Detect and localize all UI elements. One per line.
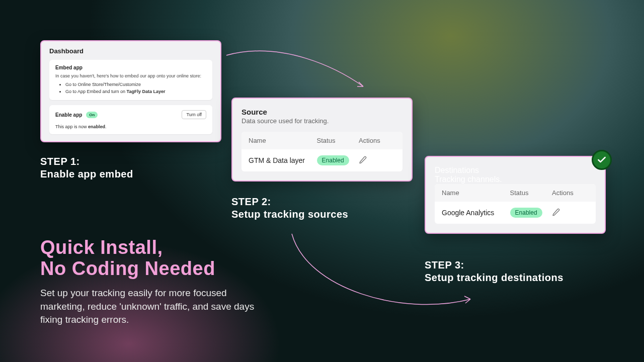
- step2-label: STEP 2: Setup tracking sources: [231, 196, 348, 220]
- marketing-headline: Quick Install, No Coding Needed: [40, 237, 215, 280]
- destinations-row-status-badge: Enabled: [510, 208, 542, 218]
- embed-step-1: Go to Online Store/Theme/Customize: [65, 81, 206, 88]
- step1-label-line1: STEP 1:: [40, 156, 133, 167]
- headline-line2: No Coding Needed: [40, 258, 215, 280]
- enable-badge-on: On: [86, 112, 98, 118]
- embed-step2-bold: TagFly Data Layer: [127, 89, 166, 94]
- embed-title: Embed app: [55, 65, 206, 70]
- destinations-table: Name Status Actions Google Analytics Ena…: [435, 184, 596, 224]
- enable-status-suffix: .: [105, 124, 107, 129]
- step3-label-line1: STEP 3:: [425, 259, 564, 271]
- embed-step2-prefix: Go to App Embed and turn on: [65, 89, 127, 94]
- destinations-row-name: Google Analytics: [442, 209, 510, 217]
- enable-panel: Enable app On Turn off This app is now e…: [49, 105, 212, 134]
- enable-title: Enable app: [55, 112, 82, 118]
- step2-label-line2: Setup tracking sources: [231, 209, 348, 220]
- col-status: Status: [510, 189, 552, 197]
- step2-source-card: Source Data source used for tracking. Na…: [231, 98, 413, 182]
- destinations-table-header: Name Status Actions: [435, 184, 596, 202]
- step1-label: STEP 1: Enable app embed: [40, 156, 133, 180]
- checkmark-icon: [592, 150, 612, 170]
- col-actions: Actions: [552, 189, 589, 197]
- marketing-subhead: Set up your tracking easily for more foc…: [40, 287, 262, 327]
- step3-destinations-card: Destinations Tracking channels. Name Sta…: [425, 156, 606, 234]
- enable-status-prefix: This app is now: [55, 124, 88, 129]
- embed-panel: Embed app In case you haven't, here's ho…: [49, 60, 212, 100]
- source-table: Name Status Actions GTM & Data layer Ena…: [242, 132, 403, 171]
- destinations-desc: Tracking channels.: [435, 175, 596, 184]
- step1-label-line2: Enable app embed: [40, 168, 133, 180]
- source-row-gtm: GTM & Data layer Enabled: [242, 149, 403, 171]
- col-name: Name: [442, 189, 510, 197]
- col-status: Status: [317, 137, 359, 144]
- edit-icon[interactable]: [359, 156, 367, 164]
- destinations-title: Destinations: [435, 166, 596, 175]
- step3-label: STEP 3: Setup tracking destinations: [425, 259, 564, 284]
- destinations-row-ga: Google Analytics Enabled: [435, 202, 596, 224]
- dashboard-title: Dashboard: [49, 47, 212, 55]
- step1-dashboard-card: Dashboard Embed app In case you haven't,…: [40, 40, 221, 142]
- enable-status-text: This app is now enabled.: [55, 124, 206, 129]
- step2-label-line1: STEP 2:: [231, 196, 348, 208]
- source-row-status-badge: Enabled: [317, 155, 349, 165]
- turn-off-button[interactable]: Turn off: [182, 110, 206, 119]
- source-row-name: GTM & Data layer: [249, 156, 317, 164]
- headline-line1: Quick Install,: [40, 237, 215, 258]
- step3-label-line2: Setup tracking destinations: [425, 272, 564, 284]
- source-desc: Data source used for tracking.: [242, 117, 403, 125]
- arrow-1-to-2: [221, 45, 372, 106]
- source-title: Source: [242, 108, 403, 116]
- embed-steps-list: Go to Online Store/Theme/Customize Go to…: [55, 81, 206, 95]
- col-actions: Actions: [359, 137, 395, 144]
- col-name: Name: [249, 137, 317, 144]
- embed-step-2: Go to App Embed and turn on TagFly Data …: [65, 88, 206, 96]
- source-table-header: Name Status Actions: [242, 132, 403, 149]
- edit-icon[interactable]: [552, 208, 560, 216]
- enable-status-bold: enabled: [88, 124, 105, 129]
- embed-desc: In case you haven't, here's how to embed…: [55, 73, 206, 78]
